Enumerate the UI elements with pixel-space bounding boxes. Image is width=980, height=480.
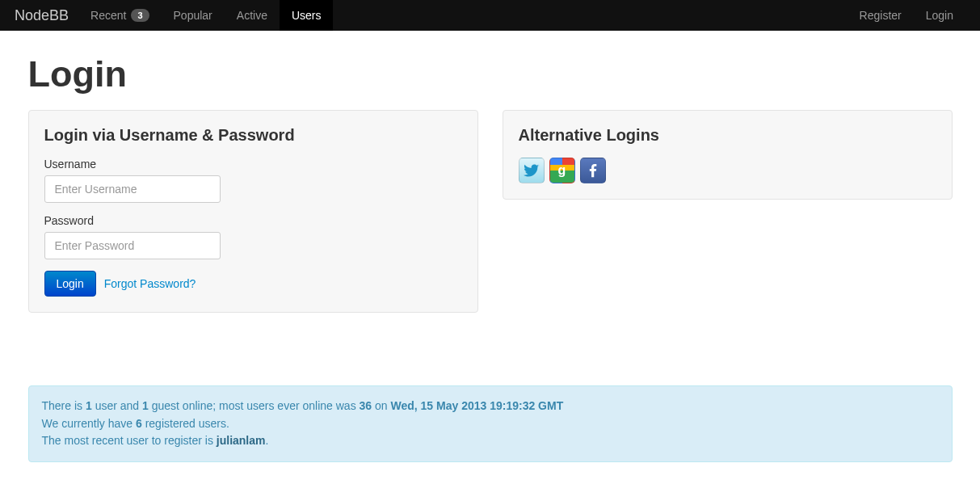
google-icon[interactable]: g bbox=[549, 158, 575, 183]
nav-item-register[interactable]: Register bbox=[848, 0, 914, 31]
google-glyph: g bbox=[558, 163, 566, 178]
text: We currently have bbox=[42, 417, 136, 430]
guests-online-count: 1 bbox=[142, 399, 149, 412]
username-label: Username bbox=[44, 158, 462, 171]
password-input[interactable] bbox=[44, 232, 221, 259]
text: user and bbox=[92, 399, 142, 412]
text: registered users. bbox=[142, 417, 229, 430]
login-panel-heading: Login via Username & Password bbox=[44, 126, 462, 145]
username-input[interactable] bbox=[44, 175, 221, 203]
stats-line-1: There is 1 user and 1 guest online; most… bbox=[42, 398, 939, 415]
text: guest online; most users ever online was bbox=[149, 399, 360, 412]
top-navbar: NodeBB Recent 3 Popular Active Users Reg… bbox=[0, 0, 980, 31]
alt-icons-row: g bbox=[519, 158, 936, 183]
text: The most recent user to register is bbox=[42, 434, 217, 447]
text: on bbox=[372, 399, 390, 412]
max-online-date: Wed, 15 May 2013 19:19:32 GMT bbox=[390, 399, 563, 412]
text: There is bbox=[42, 399, 86, 412]
login-actions: Login Forgot Password? bbox=[44, 271, 462, 297]
nav-item-recent[interactable]: Recent 3 bbox=[78, 0, 161, 31]
twitter-icon[interactable] bbox=[519, 158, 545, 183]
nav-item-active[interactable]: Active bbox=[225, 0, 280, 31]
password-row: Password bbox=[44, 214, 462, 259]
facebook-icon[interactable] bbox=[580, 158, 606, 183]
nav-label: Login bbox=[926, 9, 953, 22]
content-row: Login via Username & Password Username P… bbox=[28, 110, 953, 329]
stats-alert: There is 1 user and 1 guest online; most… bbox=[28, 385, 953, 462]
page-title: Login bbox=[28, 53, 953, 95]
navbar-left: NodeBB Recent 3 Popular Active Users bbox=[15, 0, 333, 31]
alt-column: Alternative Logins g bbox=[503, 110, 953, 329]
login-column: Login via Username & Password Username P… bbox=[28, 110, 478, 329]
password-label: Password bbox=[44, 214, 462, 227]
max-online-count: 36 bbox=[360, 399, 372, 412]
nav-item-login[interactable]: Login bbox=[914, 0, 965, 31]
twitter-glyph bbox=[524, 162, 540, 179]
nav-item-users[interactable]: Users bbox=[280, 0, 334, 31]
forgot-password-link[interactable]: Forgot Password? bbox=[104, 277, 196, 290]
nav-label: Users bbox=[292, 9, 322, 22]
username-row: Username bbox=[44, 158, 462, 203]
login-panel: Login via Username & Password Username P… bbox=[28, 110, 478, 313]
recent-badge: 3 bbox=[131, 9, 149, 22]
nav-label: Recent bbox=[90, 9, 126, 22]
latest-user-link[interactable]: julianlam bbox=[217, 434, 266, 447]
nav-label: Active bbox=[237, 9, 267, 22]
facebook-glyph bbox=[585, 162, 601, 179]
stats-line-2: We currently have 6 registered users. bbox=[42, 415, 939, 433]
login-button[interactable]: Login bbox=[44, 271, 96, 297]
stats-line-3: The most recent user to register is juli… bbox=[42, 432, 939, 450]
alt-panel-heading: Alternative Logins bbox=[519, 126, 936, 145]
brand-link[interactable]: NodeBB bbox=[15, 7, 78, 24]
users-online-count: 1 bbox=[86, 399, 92, 412]
nav-label: Popular bbox=[174, 9, 212, 22]
navbar-right: Register Login bbox=[848, 0, 965, 31]
nav-label: Register bbox=[860, 9, 902, 22]
main-container: Login Login via Username & Password User… bbox=[14, 53, 967, 480]
alt-login-panel: Alternative Logins g bbox=[503, 110, 953, 200]
nav-item-popular[interactable]: Popular bbox=[162, 0, 225, 31]
registered-count: 6 bbox=[136, 417, 142, 430]
text: . bbox=[266, 434, 269, 447]
footer: Copyright © 2013 NodeBB by psychobunny, … bbox=[28, 462, 953, 480]
